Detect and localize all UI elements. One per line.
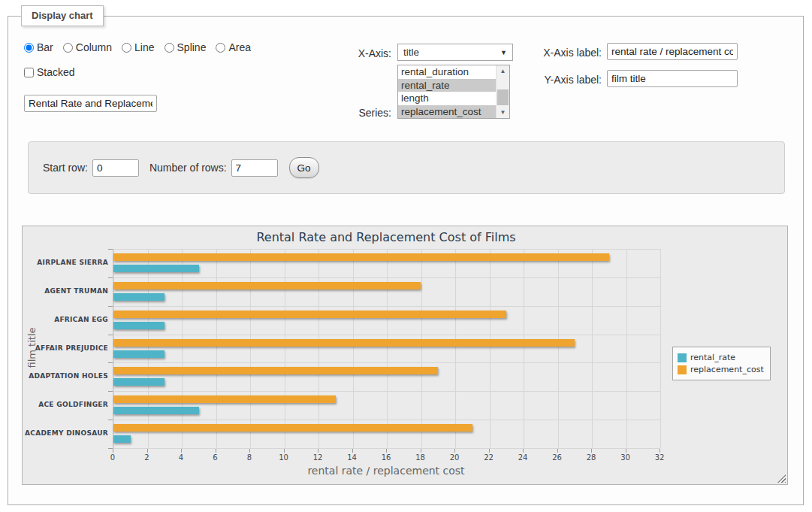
chart-type-spline[interactable]: Spline [165,41,207,53]
x-tick [421,449,421,453]
category-label: ACADEMY DINOSAUR [24,429,108,437]
x-gridline [490,249,491,448]
legend-label: replacement_cost [690,365,764,374]
go-button[interactable]: Go [289,157,319,178]
y-gridline [113,306,660,307]
y-tick [108,362,113,363]
chart-type-radio-column[interactable] [63,43,73,53]
x-tick-label: 4 [170,453,192,462]
chart-type-line[interactable]: Line [122,41,154,53]
x-gridline [182,249,183,448]
resize-handle-icon[interactable] [777,474,786,483]
category-label: ADAPTATION HOLES [24,372,108,380]
legend-label: rental_rate [690,353,735,362]
x-gridline [318,249,319,448]
legend-item-rental_rate[interactable]: rental_rate [678,353,764,362]
x-axis-title: rental rate / replacement cost [113,465,660,477]
y-gridline [113,391,660,392]
legend-item-replacement_cost[interactable]: replacement_cost [678,365,764,374]
x-tick [660,449,660,453]
x-tick [181,449,182,453]
x-gridline [353,249,354,448]
x-tick [454,449,455,453]
y-tick [108,306,113,307]
chart-type-radio-area[interactable] [216,43,225,53]
y-gridline [113,277,660,278]
fieldset-legend: Display chart [21,5,104,26]
x-tick-label: 14 [341,453,364,462]
bar-rental_rate [113,407,199,414]
category-label: AFFAIR PREJUDICE [24,344,108,352]
start-row-input[interactable] [92,159,139,177]
bar-replacement_cost [113,367,438,374]
stacked-option[interactable]: Stacked [24,66,75,78]
series-listbox[interactable]: rental_durationrental_ratelengthreplacem… [397,65,510,119]
chart-type-radio-line[interactable] [122,43,131,53]
x-tick [386,449,387,453]
bar-rental_rate [113,265,199,272]
scrollbar-thumb[interactable] [497,89,509,105]
series-options: rental_durationrental_ratelengthreplacem… [398,65,496,118]
category-label: AIRPLANE SIERRA [24,259,108,266]
x-tick-label: 22 [478,453,500,462]
x-gridline [421,249,422,448]
chart-type-radio-spline[interactable] [165,43,174,53]
y-gridline [113,249,660,250]
series-option-replacement_cost[interactable]: replacement_cost [398,105,496,119]
bar-replacement_cost [113,311,506,318]
chart-type-label: Spline [177,41,207,53]
x-tick-label: 10 [273,453,295,462]
x-tick-label: 6 [204,453,227,462]
x-axis-label-input[interactable] [607,43,738,60]
x-gridline [455,249,456,448]
chart-type-radio-bar[interactable] [24,43,34,53]
display-chart-fieldset: Display chart BarColumnLineSplineArea St… [8,16,804,505]
num-rows-input[interactable] [231,159,278,177]
x-gridline [524,249,524,448]
x-tick-label: 8 [238,453,261,462]
scroll-down-icon[interactable]: ▼ [497,107,509,118]
stacked-row: Stacked [24,66,75,78]
x-tick [249,449,250,453]
plot-area [113,249,660,449]
legend-swatch [678,353,687,362]
x-gridline [387,249,388,448]
bar-rental_rate [113,322,165,329]
x-gridline [148,249,149,448]
y-tick [108,335,113,335]
x-tick [113,449,113,453]
x-gridline [216,249,217,448]
series-option-rental_duration[interactable]: rental_duration [398,65,496,79]
stacked-checkbox[interactable] [24,68,34,77]
y-tick [108,391,113,392]
x-gridline [285,249,285,448]
x-tick [489,449,490,453]
x-tick [318,449,318,453]
x-tick [523,449,524,453]
x-tick-label: 32 [648,453,671,462]
y-axis-label-input[interactable] [607,70,738,87]
series-option-rental_rate[interactable]: rental_rate [398,79,496,92]
y-gridline [113,335,660,335]
x-tick-label: 26 [546,453,569,462]
x-gridline [660,249,661,448]
x-tick-label: 24 [512,453,534,462]
chart-title-input[interactable] [24,95,157,112]
y-tick [108,277,113,278]
series-option-length[interactable]: length [398,92,496,105]
y-tick [108,249,113,250]
x-axis-select-label: X-Axis: [307,47,391,59]
stacked-label: Stacked [37,66,75,78]
x-tick-label: 20 [443,453,466,462]
chart-type-area[interactable]: Area [216,41,251,53]
bar-rental_rate [113,293,165,301]
x-tick [147,449,148,453]
bar-replacement_cost [113,282,421,289]
chart-legend: rental_ratereplacement_cost [672,347,771,380]
x-tick [352,449,353,453]
chart-type-bar[interactable]: Bar [24,41,53,53]
chart-type-column[interactable]: Column [63,41,112,53]
x-tick [284,449,285,453]
legend-swatch [678,365,687,374]
x-axis-label-field-label: X-Axis label: [488,47,602,59]
